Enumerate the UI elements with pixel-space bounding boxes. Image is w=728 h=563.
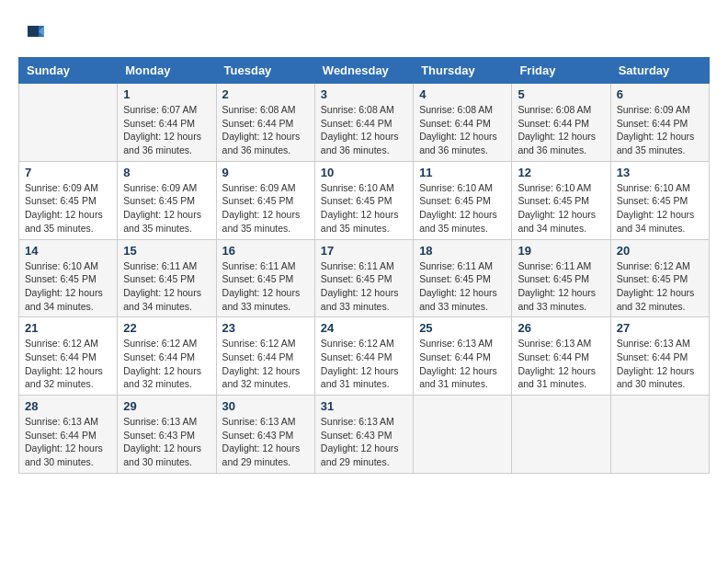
day-of-week-header: Tuesday (216, 58, 314, 84)
day-number: 20 (617, 244, 703, 258)
calendar-cell: 7Sunrise: 6:09 AMSunset: 6:45 PMDaylight… (19, 161, 118, 239)
calendar-cell: 10Sunrise: 6:10 AMSunset: 6:45 PMDayligh… (314, 161, 413, 239)
calendar-cell: 19Sunrise: 6:11 AMSunset: 6:45 PMDayligh… (512, 239, 610, 317)
day-info: Sunrise: 6:09 AMSunset: 6:45 PMDaylight:… (123, 181, 210, 236)
day-number: 6 (617, 87, 703, 101)
page: SundayMondayTuesdayWednesdayThursdayFrid… (0, 0, 728, 483)
calendar-cell: 25Sunrise: 6:13 AMSunset: 6:44 PMDayligh… (414, 317, 512, 396)
day-number: 14 (25, 244, 111, 258)
calendar-cell: 27Sunrise: 6:13 AMSunset: 6:44 PMDayligh… (610, 317, 709, 396)
day-info: Sunrise: 6:09 AMSunset: 6:45 PMDaylight:… (222, 181, 309, 236)
day-info: Sunrise: 6:12 AMSunset: 6:44 PMDaylight:… (222, 337, 309, 391)
day-number: 13 (617, 166, 703, 179)
calendar-cell: 4Sunrise: 6:08 AMSunset: 6:44 PMDaylight… (414, 84, 512, 162)
day-number: 16 (222, 244, 309, 258)
day-of-week-header: Saturday (610, 58, 709, 84)
calendar-cell: 30Sunrise: 6:13 AMSunset: 6:43 PMDayligh… (216, 396, 314, 474)
day-number: 15 (123, 244, 210, 258)
day-number: 25 (419, 321, 506, 335)
calendar-cell (414, 396, 512, 474)
calendar-cell (19, 84, 118, 162)
day-number: 18 (419, 244, 506, 258)
day-number: 3 (321, 87, 407, 101)
calendar-cell: 15Sunrise: 6:11 AMSunset: 6:45 PMDayligh… (118, 239, 216, 317)
day-number: 17 (321, 244, 407, 258)
calendar-cell: 18Sunrise: 6:11 AMSunset: 6:45 PMDayligh… (414, 239, 512, 317)
calendar-cell: 17Sunrise: 6:11 AMSunset: 6:45 PMDayligh… (314, 239, 413, 317)
day-info: Sunrise: 6:12 AMSunset: 6:44 PMDaylight:… (25, 337, 111, 391)
day-info: Sunrise: 6:11 AMSunset: 6:45 PMDaylight:… (518, 259, 604, 314)
calendar-table: SundayMondayTuesdayWednesdayThursdayFrid… (18, 57, 710, 474)
day-info: Sunrise: 6:11 AMSunset: 6:45 PMDaylight:… (321, 259, 407, 314)
day-number: 11 (419, 166, 506, 179)
day-info: Sunrise: 6:10 AMSunset: 6:45 PMDaylight:… (518, 181, 604, 236)
day-info: Sunrise: 6:08 AMSunset: 6:44 PMDaylight:… (419, 103, 506, 157)
day-info: Sunrise: 6:11 AMSunset: 6:45 PMDaylight:… (123, 259, 210, 314)
day-number: 12 (518, 166, 604, 179)
calendar-cell: 22Sunrise: 6:12 AMSunset: 6:44 PMDayligh… (118, 317, 216, 396)
day-number: 22 (123, 321, 210, 335)
day-number: 31 (321, 399, 407, 413)
calendar-cell (610, 396, 709, 474)
day-info: Sunrise: 6:13 AMSunset: 6:43 PMDaylight:… (123, 415, 210, 469)
calendar-cell: 11Sunrise: 6:10 AMSunset: 6:45 PMDayligh… (414, 161, 512, 239)
day-number: 1 (123, 87, 210, 101)
day-info: Sunrise: 6:13 AMSunset: 6:44 PMDaylight:… (419, 337, 506, 391)
day-number: 29 (123, 399, 210, 413)
calendar-week-row: 7Sunrise: 6:09 AMSunset: 6:45 PMDaylight… (19, 161, 710, 239)
calendar-cell: 26Sunrise: 6:13 AMSunset: 6:44 PMDayligh… (512, 317, 610, 396)
day-info: Sunrise: 6:13 AMSunset: 6:44 PMDaylight:… (518, 337, 604, 391)
calendar-cell: 2Sunrise: 6:08 AMSunset: 6:44 PMDaylight… (216, 84, 314, 162)
day-number: 5 (518, 87, 604, 101)
day-of-week-header: Wednesday (314, 58, 413, 84)
svg-marker-1 (28, 26, 39, 37)
day-number: 23 (222, 321, 309, 335)
day-info: Sunrise: 6:08 AMSunset: 6:44 PMDaylight:… (321, 103, 407, 157)
calendar-cell: 21Sunrise: 6:12 AMSunset: 6:44 PMDayligh… (19, 317, 118, 396)
calendar-cell: 8Sunrise: 6:09 AMSunset: 6:45 PMDaylight… (118, 161, 216, 239)
day-number: 2 (222, 87, 309, 101)
day-info: Sunrise: 6:11 AMSunset: 6:45 PMDaylight:… (222, 259, 309, 314)
day-number: 8 (123, 166, 210, 179)
day-number: 27 (617, 321, 703, 335)
calendar-cell: 5Sunrise: 6:08 AMSunset: 6:44 PMDaylight… (512, 84, 610, 162)
calendar-week-row: 28Sunrise: 6:13 AMSunset: 6:44 PMDayligh… (19, 396, 710, 474)
day-info: Sunrise: 6:10 AMSunset: 6:45 PMDaylight:… (617, 181, 703, 236)
day-number: 4 (419, 87, 506, 101)
calendar-cell (512, 396, 610, 474)
day-number: 24 (321, 321, 407, 335)
day-number: 30 (222, 399, 309, 413)
logo-icon (18, 18, 48, 48)
calendar-week-row: 14Sunrise: 6:10 AMSunset: 6:45 PMDayligh… (19, 239, 710, 317)
day-number: 10 (321, 166, 407, 179)
calendar-cell: 13Sunrise: 6:10 AMSunset: 6:45 PMDayligh… (610, 161, 709, 239)
calendar-cell: 12Sunrise: 6:10 AMSunset: 6:45 PMDayligh… (512, 161, 610, 239)
day-info: Sunrise: 6:09 AMSunset: 6:45 PMDaylight:… (25, 181, 111, 236)
calendar-cell: 3Sunrise: 6:08 AMSunset: 6:44 PMDaylight… (314, 84, 413, 162)
calendar-week-row: 21Sunrise: 6:12 AMSunset: 6:44 PMDayligh… (19, 317, 710, 396)
calendar-cell: 1Sunrise: 6:07 AMSunset: 6:44 PMDaylight… (118, 84, 216, 162)
calendar-cell: 29Sunrise: 6:13 AMSunset: 6:43 PMDayligh… (118, 396, 216, 474)
day-info: Sunrise: 6:12 AMSunset: 6:45 PMDaylight:… (617, 259, 703, 314)
header (18, 18, 710, 48)
day-of-week-header: Monday (118, 58, 216, 84)
calendar-cell: 23Sunrise: 6:12 AMSunset: 6:44 PMDayligh… (216, 317, 314, 396)
day-info: Sunrise: 6:12 AMSunset: 6:44 PMDaylight:… (321, 337, 407, 391)
calendar-cell: 9Sunrise: 6:09 AMSunset: 6:45 PMDaylight… (216, 161, 314, 239)
day-of-week-header: Sunday (19, 58, 118, 84)
day-info: Sunrise: 6:13 AMSunset: 6:43 PMDaylight:… (222, 415, 309, 469)
calendar-header-row: SundayMondayTuesdayWednesdayThursdayFrid… (19, 58, 710, 84)
calendar-body: 1Sunrise: 6:07 AMSunset: 6:44 PMDaylight… (19, 84, 710, 474)
day-info: Sunrise: 6:08 AMSunset: 6:44 PMDaylight:… (222, 103, 309, 157)
day-number: 26 (518, 321, 604, 335)
day-info: Sunrise: 6:08 AMSunset: 6:44 PMDaylight:… (518, 103, 604, 157)
calendar-cell: 16Sunrise: 6:11 AMSunset: 6:45 PMDayligh… (216, 239, 314, 317)
day-info: Sunrise: 6:07 AMSunset: 6:44 PMDaylight:… (123, 103, 210, 157)
day-info: Sunrise: 6:13 AMSunset: 6:44 PMDaylight:… (617, 337, 703, 391)
day-number: 21 (25, 321, 111, 335)
day-number: 19 (518, 244, 604, 258)
calendar-cell: 6Sunrise: 6:09 AMSunset: 6:44 PMDaylight… (610, 84, 709, 162)
day-info: Sunrise: 6:10 AMSunset: 6:45 PMDaylight:… (321, 181, 407, 236)
day-number: 7 (25, 166, 111, 179)
day-of-week-header: Thursday (414, 58, 512, 84)
